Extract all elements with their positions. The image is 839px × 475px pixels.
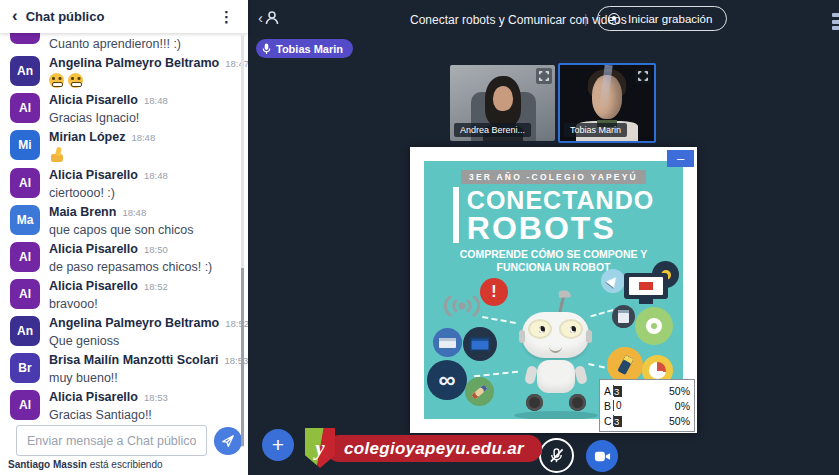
- app-window: ‹ Chat público ⋮ Cuanto aprendieron!!! :…: [0, 0, 839, 475]
- chat-message: MaMaia Brenn18:48que capos que son chico…: [10, 205, 232, 238]
- typing-text: está escribiendo: [87, 459, 163, 470]
- participant-silhouette: [493, 86, 513, 110]
- message-text: Que genioss: [49, 333, 232, 349]
- avatar: Al: [10, 390, 40, 420]
- chat-message: Cuanto aprendieron!!! :): [10, 33, 232, 52]
- message-text: bravooo!: [49, 296, 168, 312]
- message-time: 18:53: [144, 392, 168, 403]
- message-time: 18:47: [225, 58, 248, 69]
- poll-option: A: [604, 385, 613, 397]
- avatar: Al: [10, 279, 40, 309]
- poll-results-panel: A350%B00%C350%: [599, 379, 695, 432]
- participants-toggle[interactable]: ‹: [258, 9, 280, 26]
- avatar: Al: [10, 242, 40, 272]
- avatar: Mi: [10, 130, 40, 160]
- watermark-url: colegioyapeyu.edu.ar: [326, 435, 542, 462]
- chat-input-row: [0, 422, 248, 459]
- poll-option: C: [604, 415, 613, 427]
- chat-message: AlAlicia Pisarello18:48Gracias Ignacio!: [10, 93, 232, 126]
- poll-percent: 50%: [669, 385, 690, 397]
- overflow-menu-icon[interactable]: [832, 13, 839, 33]
- alert-icon: !: [480, 278, 508, 306]
- infinity-arduino-icon: ∞: [427, 360, 467, 400]
- message-text: de paso repasamos chicos! :): [49, 259, 212, 275]
- chat-message: MiMirian López18:48: [10, 130, 232, 164]
- battery-icon: [607, 347, 643, 383]
- chat-scrollbar-thumb[interactable]: [241, 268, 244, 446]
- grimace-emoji: [68, 73, 83, 88]
- person-icon: [264, 10, 280, 26]
- microphone-icon: [262, 43, 271, 55]
- chat-message: AlAlicia Pisarello18:50de paso repasamos…: [10, 242, 232, 275]
- message-time: 18:48: [131, 132, 155, 143]
- chat-message-list[interactable]: Cuanto aprendieron!!! :)AnAngelina Palme…: [0, 33, 248, 422]
- sender-name: Angelina Palmeyro Beltramo: [49, 316, 219, 331]
- fullscreen-icon[interactable]: [536, 68, 552, 84]
- microphone-muted-button[interactable]: [539, 438, 574, 473]
- keyboard-icon: [433, 328, 462, 357]
- typing-user-name: Santiago Massin: [8, 459, 87, 470]
- broadcast-signal-icon: [440, 291, 484, 321]
- poll-bar: 3: [614, 386, 622, 397]
- participant-name-label: Tobias Marin: [564, 123, 627, 137]
- avatar: An: [10, 56, 40, 86]
- active-speaker-name: Tobias Marin: [276, 43, 343, 55]
- chat-header: ‹ Chat público ⋮: [0, 0, 248, 33]
- sender-name: Alicia Pisarello: [49, 93, 138, 108]
- sender-name: Angelina Palmeyro Beltramo: [49, 56, 219, 71]
- grimace-emoji: [49, 73, 64, 88]
- chat-message-input[interactable]: [16, 425, 207, 456]
- message-time: 18:48: [122, 207, 146, 218]
- message-time: 18:52: [144, 281, 168, 292]
- start-recording-button[interactable]: Iniciar grabación: [597, 6, 727, 31]
- chat-title: Chat público: [26, 9, 105, 24]
- sender-name: Brisa Mailín Manzotti Scolari: [49, 353, 218, 368]
- cursor-icon: [601, 269, 625, 293]
- sender-name: Maia Brenn: [49, 205, 116, 220]
- send-button[interactable]: [214, 427, 242, 455]
- watermark: y colegioyapeyu.edu.ar: [305, 428, 542, 468]
- meeting-title: Conectar robots y Comunicar con videos: [410, 13, 627, 27]
- avatar: Ma: [10, 205, 40, 235]
- avatar: Al: [10, 93, 40, 123]
- robot-body: [537, 360, 575, 393]
- topbar-divider: |: [584, 11, 587, 26]
- slide-banner: 3ER AÑO -COLEGIO YAPEYÚ: [461, 170, 646, 184]
- record-icon: [608, 13, 620, 25]
- poll-row: B00%: [604, 398, 690, 413]
- fullscreen-icon[interactable]: [635, 68, 651, 84]
- meeting-stage: ‹ Conectar robots y Comunicar con videos…: [248, 0, 839, 475]
- message-text: Gracias Ignacio!: [49, 110, 168, 126]
- poll-percent: 50%: [669, 415, 690, 427]
- connector-line: [482, 316, 516, 324]
- send-plane-icon: [221, 434, 235, 448]
- chat-message: AlAlicia Pisarello18:53Gracias Santiago!…: [10, 390, 232, 422]
- minimize-content-button[interactable]: –: [667, 150, 694, 167]
- poll-bar: 3: [614, 416, 622, 427]
- chat-message: AnAngelina Palmeyro Beltramo18:47: [10, 56, 232, 89]
- poll-row: A350%: [604, 383, 690, 398]
- camera-button[interactable]: [586, 440, 618, 472]
- poll-bar-area: 3: [613, 385, 668, 396]
- chat-options-icon[interactable]: ⋮: [215, 8, 238, 26]
- message-time: 18:48: [144, 95, 168, 106]
- video-thumbnail[interactable]: Andrea Bereni...: [450, 65, 555, 141]
- robot-head: [522, 312, 589, 358]
- video-thumbnail-active[interactable]: Tobias Marin: [558, 63, 656, 143]
- message-text: ciertoooo! :): [49, 185, 168, 201]
- calculator-icon: [612, 305, 635, 328]
- chat-message: BrBrisa Mailín Manzotti Scolari18:53muy …: [10, 353, 232, 386]
- chat-message: AlAlicia Pisarello18:52bravooo!: [10, 279, 232, 312]
- shared-content-window: – 3ER AÑO -COLEGIO YAPEYÚ CONECTANDO ROB…: [410, 147, 697, 433]
- school-logo: y: [305, 428, 335, 468]
- back-chevron-icon[interactable]: ‹: [12, 6, 18, 26]
- avatar: An: [10, 316, 40, 346]
- message-time: 18:53: [224, 355, 248, 366]
- circuit-board-icon: [463, 327, 497, 361]
- resistor-icon: [465, 377, 494, 406]
- actions-plus-button[interactable]: +: [262, 429, 294, 461]
- sender-name: Mirian López: [49, 130, 125, 145]
- sender-name: Alicia Pisarello: [49, 390, 138, 405]
- message-text: Cuanto aprendieron!!! :): [49, 36, 181, 52]
- sender-name: Alicia Pisarello: [49, 279, 138, 294]
